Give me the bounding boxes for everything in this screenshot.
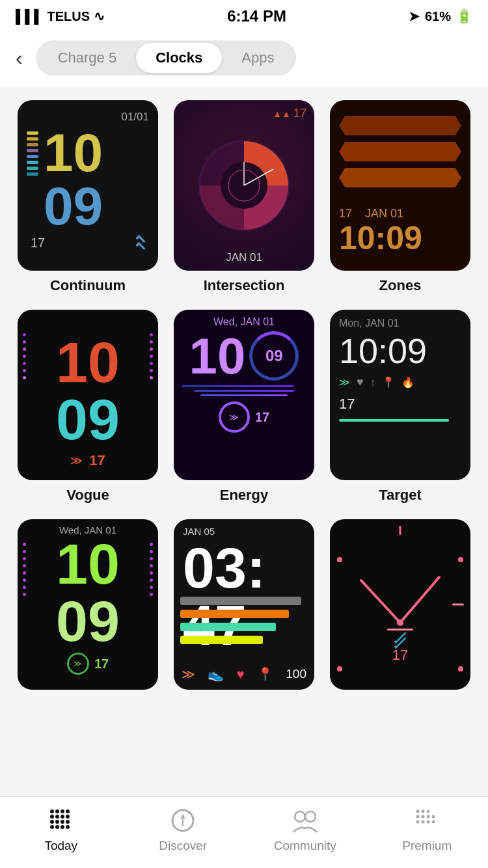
svg-point-9 (55, 809, 59, 813)
nav-item-discover[interactable]: Discover (122, 805, 245, 853)
festival-bottom: ≫ 17 (67, 653, 109, 675)
today-icon (46, 805, 77, 836)
svg-point-12 (55, 815, 59, 819)
clock-label-continuum: Continuum (50, 277, 126, 294)
festival-ring: ≫ (67, 653, 89, 675)
clock-label-target: Target (379, 487, 422, 504)
community-label: Community (274, 839, 336, 853)
continuum-min: 09 (44, 180, 103, 233)
bottom-nav: Today Discover Community (0, 796, 488, 868)
nav-item-community[interactable]: Community (244, 805, 366, 853)
svg-point-14 (50, 820, 54, 824)
intersection-chart (192, 133, 296, 237)
premium-label: Premium (402, 839, 452, 853)
analog-dots-top (337, 557, 463, 562)
clock-item-target: Mon, JAN 01 10:09 ≫ ♥ ↑ 📍 🔥 17 Target (328, 310, 472, 504)
clock-label-energy: Energy (220, 487, 269, 504)
analog-chevrons (391, 636, 409, 644)
bold-shoe-icon: 👟 (208, 666, 224, 682)
festival-dots-right (150, 543, 153, 596)
svg-point-39 (432, 821, 435, 824)
clock-label-intersection: Intersection (204, 277, 285, 294)
today-label: Today (44, 839, 77, 853)
svg-point-29 (416, 810, 420, 813)
clock-label-vogue: Vogue (66, 487, 109, 504)
svg-point-38 (432, 815, 435, 819)
tab-apps[interactable]: Apps (222, 43, 293, 73)
energy-min: 09 (265, 347, 283, 365)
clock-item-analog: 17 (328, 519, 472, 696)
bold-hour: 03: (183, 539, 305, 597)
analog-hands-svg (348, 567, 452, 626)
svg-point-7 (397, 619, 403, 626)
bold-chevron-icon: ≫ (182, 666, 195, 682)
svg-point-8 (50, 809, 54, 813)
vogue-steps: 17 (89, 452, 105, 469)
svg-point-15 (55, 820, 59, 824)
wifi-icon: ∿ (94, 8, 105, 24)
svg-point-32 (416, 815, 420, 819)
svg-point-33 (422, 815, 425, 819)
clock-item-energy: Wed, JAN 01 10 09 ≫ 17 Energy (172, 310, 316, 504)
festival-hour: 10 (56, 536, 120, 593)
svg-point-36 (422, 821, 425, 824)
continuum-hour: 10 (44, 126, 103, 180)
vogue-chevrons: ≫ (70, 454, 83, 468)
clock-item-intersection: ▲▲ 17 JAN 01 Intersection (172, 100, 316, 294)
svg-point-20 (50, 825, 54, 829)
analog-dash (387, 629, 413, 631)
battery-label: 61% (425, 9, 451, 24)
clock-face-energy[interactable]: Wed, JAN 01 10 09 ≫ 17 (174, 310, 314, 480)
clock-face-bold[interactable]: JAN 05 03: 47 ≫ 👟 ♥ 📍 100 (174, 519, 314, 690)
nav-item-premium[interactable]: Premium (366, 805, 489, 853)
intersection-date: JAN 01 (226, 251, 262, 264)
continuum-steps: 17 (31, 236, 45, 251)
tab-group: Charge 5 Clocks Apps (36, 40, 297, 75)
bold-heart-icon: ♥ (237, 667, 245, 682)
vogue-dots-left (23, 333, 26, 379)
festival-min: 09 (56, 593, 120, 650)
bottom-spacer (0, 696, 488, 781)
clock-face-continuum[interactable]: 01/01 10 09 (18, 100, 158, 271)
location-icon: ➤ (409, 8, 420, 24)
target-time: 10:09 (339, 332, 461, 370)
vogue-min: 09 (56, 391, 120, 448)
analog-side-dash (452, 604, 464, 606)
energy-ring: 09 (249, 331, 299, 381)
svg-point-19 (66, 820, 70, 824)
vogue-hour: 10 (56, 334, 120, 391)
svg-point-17 (66, 809, 70, 813)
premium-icon (411, 805, 442, 836)
svg-point-23 (66, 825, 70, 829)
energy-hour: 10 (189, 331, 246, 381)
clock-face-intersection[interactable]: ▲▲ 17 JAN 01 (174, 100, 314, 271)
header: ‹ Charge 5 Clocks Apps (0, 33, 488, 87)
analog-dots-bottom (337, 666, 463, 671)
back-button[interactable]: ‹ (16, 47, 23, 68)
festival-dots-left (23, 543, 26, 596)
svg-point-13 (61, 815, 64, 819)
tab-clocks[interactable]: Clocks (136, 43, 222, 73)
vogue-dots-right (150, 333, 153, 379)
carrier-label: TELUS (47, 9, 90, 24)
clock-face-festival[interactable]: Wed, JAN 01 10 09 ≫ 17 (18, 519, 158, 690)
battery-icon: 🔋 (456, 8, 472, 24)
continuum-date: 01/01 (121, 111, 149, 124)
target-progress-bar (339, 419, 449, 422)
clock-face-zones[interactable]: 17JAN 01 10:09 (330, 100, 470, 271)
nav-item-today[interactable]: Today (0, 805, 122, 853)
clock-face-vogue[interactable]: 10 09 ≫ 17 (18, 310, 158, 480)
svg-point-37 (427, 821, 430, 824)
svg-point-16 (61, 820, 64, 824)
clock-face-target[interactable]: Mon, JAN 01 10:09 ≫ ♥ ↑ 📍 🔥 17 (330, 310, 470, 480)
clock-item-festival: Wed, JAN 01 10 09 ≫ 17 (16, 519, 160, 696)
status-right: ➤ 61% 🔋 (409, 8, 472, 24)
analog-steps: 17 (392, 647, 408, 664)
clock-item-continuum: 01/01 10 09 (16, 100, 160, 294)
intersection-steps: ▲▲ 17 (273, 107, 306, 120)
festival-steps: 17 (94, 657, 109, 671)
bold-bottom: ≫ 👟 ♥ 📍 100 (182, 666, 306, 682)
clock-label-zones: Zones (379, 277, 422, 294)
tab-charge5[interactable]: Charge 5 (38, 43, 137, 73)
clock-face-analog[interactable]: 17 (330, 519, 470, 690)
